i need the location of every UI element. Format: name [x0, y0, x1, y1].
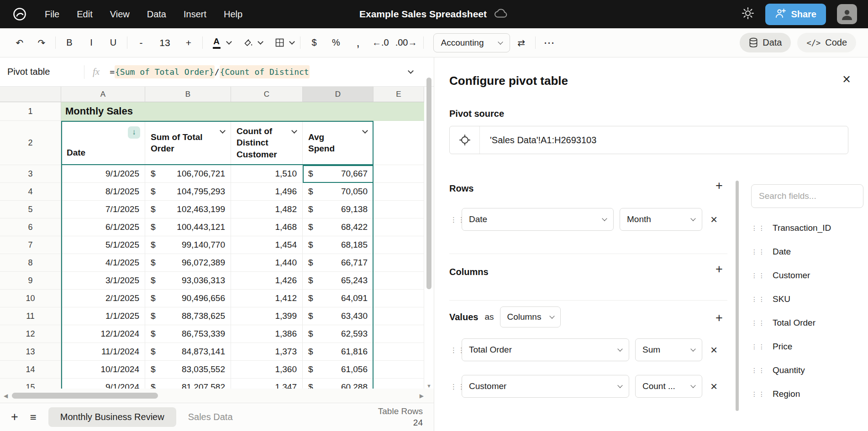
field-list-item[interactable]: ⋮⋮ Transaction_ID [751, 216, 863, 240]
share-button[interactable]: Share [765, 4, 826, 25]
cell-avg-spend[interactable]: $ 69,138 [303, 201, 374, 218]
cell-total-order[interactable]: $ 96,072,389 [145, 254, 231, 272]
column-header-c[interactable]: C [231, 87, 303, 102]
data-view-button[interactable]: Data [740, 33, 791, 52]
scroll-left-icon[interactable]: ◀ [4, 393, 8, 399]
decrease-decimal-button[interactable]: ←.0 [372, 34, 389, 52]
cell-distinct-customers[interactable]: 1,510 [231, 165, 303, 183]
cell-date[interactable]: 6/1/2025 [61, 218, 145, 236]
cell-distinct-customers[interactable]: 1,373 [231, 343, 303, 361]
sheet-tab-monthly-business-review[interactable]: Monthly Business Review [48, 407, 176, 427]
header-cell-total-order[interactable]: Sum of Total Order [145, 121, 231, 165]
cell-avg-spend[interactable]: $ 61,056 [303, 361, 374, 379]
currency-format-button[interactable]: $ [306, 34, 322, 52]
cell-total-order[interactable]: $ 90,496,656 [145, 290, 231, 307]
row-number[interactable]: 14 [0, 361, 61, 379]
cell-distinct-customers[interactable]: 1,399 [231, 307, 303, 325]
code-view-button[interactable]: </> Code [797, 33, 856, 52]
header-cell-empty[interactable] [374, 121, 424, 165]
column-header-a[interactable]: A [61, 87, 145, 102]
formula-input[interactable]: ={Sum of Total Order}/{Count of Distinct [110, 65, 402, 78]
cell-avg-spend[interactable]: $ 65,243 [303, 272, 374, 290]
cell-empty[interactable] [374, 307, 424, 325]
sheet-tab-sales-data[interactable]: Sales Data [188, 412, 233, 422]
drag-handle-icon[interactable]: ⋮⋮ [450, 347, 462, 353]
aggregation-select[interactable]: Count ... [635, 375, 702, 398]
cell-empty[interactable] [374, 236, 424, 254]
italic-button[interactable]: I [84, 34, 99, 52]
panel-scroll-thumb[interactable] [736, 181, 739, 411]
app-logo-icon[interactable] [11, 5, 28, 23]
field-list-item[interactable]: ⋮⋮ Date [751, 240, 863, 264]
column-header-d[interactable]: D [303, 87, 374, 102]
row-number[interactable]: 11 [0, 307, 61, 325]
chevron-down-icon[interactable] [258, 39, 263, 45]
menu-insert[interactable]: Insert [184, 9, 206, 20]
percent-format-button[interactable]: % [328, 34, 344, 52]
fill-color-button[interactable] [240, 34, 256, 52]
select-range-button[interactable] [450, 126, 480, 154]
underline-button[interactable]: U [105, 34, 121, 52]
scroll-right-icon[interactable]: ▶ [420, 393, 424, 399]
cell-distinct-customers[interactable]: 1,496 [231, 183, 303, 201]
cell-distinct-customers[interactable]: 1,482 [231, 201, 303, 218]
add-row-field-button[interactable]: + [710, 180, 728, 192]
cell-empty[interactable] [374, 290, 424, 307]
bold-button[interactable]: B [62, 34, 77, 52]
aggregation-select[interactable]: Sum [635, 338, 702, 361]
text-color-button[interactable]: A [209, 34, 224, 52]
cell-date[interactable]: 9/1/2025 [61, 165, 145, 183]
cell-avg-spend[interactable]: $ 68,185 [303, 236, 374, 254]
expand-formula-chevron-icon[interactable] [408, 68, 414, 74]
cell-avg-spend[interactable]: $ 62,593 [303, 325, 374, 343]
cell-empty[interactable] [374, 201, 424, 218]
cell-avg-spend[interactable]: $ 70,667 [303, 165, 374, 183]
cell-empty[interactable] [374, 165, 424, 183]
theme-toggle-icon[interactable] [742, 7, 754, 21]
column-header-b[interactable]: B [145, 87, 231, 102]
remove-field-button[interactable]: × [710, 213, 717, 225]
pivot-source-input[interactable]: 'Sales Data'!A1:H2693103 [449, 126, 848, 154]
cell-date[interactable]: 10/1/2024 [61, 361, 145, 379]
user-avatar[interactable] [837, 4, 857, 24]
cell-avg-spend[interactable]: $ 60,288 [303, 379, 374, 389]
cell-avg-spend[interactable]: $ 66,717 [303, 254, 374, 272]
remove-field-button[interactable]: × [710, 344, 717, 356]
row-number[interactable]: 3 [0, 165, 61, 183]
row-number[interactable]: 12 [0, 325, 61, 343]
cell-distinct-customers[interactable]: 1,360 [231, 361, 303, 379]
cell-total-order[interactable]: $ 106,706,721 [145, 165, 231, 183]
close-panel-button[interactable]: × [842, 72, 851, 86]
vertical-scroll-thumb[interactable] [426, 78, 431, 289]
search-fields-input[interactable] [751, 184, 863, 208]
row-number[interactable]: 13 [0, 343, 61, 361]
field-list-item[interactable]: ⋮⋮ SKU [751, 287, 863, 311]
swap-ranges-button[interactable]: ⇄ [514, 34, 529, 52]
redo-button[interactable]: ↷ [34, 34, 49, 52]
header-cell-distinct-customer[interactable]: Count of Distinct Customer [231, 121, 303, 165]
drag-handle-icon[interactable]: ⋮⋮ [450, 216, 462, 223]
cell-empty[interactable] [374, 325, 424, 343]
cell-distinct-customers[interactable]: 1,454 [231, 236, 303, 254]
header-cell-date[interactable]: Date ↓ [61, 121, 145, 165]
cell-date[interactable]: 2/1/2025 [61, 290, 145, 307]
sheet-list-menu-icon[interactable]: ≡ [30, 412, 37, 423]
cell-avg-spend[interactable]: $ 68,422 [303, 218, 374, 236]
undo-button[interactable]: ↶ [12, 34, 27, 52]
cell-date[interactable]: 12/1/2024 [61, 325, 145, 343]
scroll-down-icon[interactable]: ▼ [426, 383, 431, 389]
cell-total-order[interactable]: $ 102,463,199 [145, 201, 231, 218]
menu-edit[interactable]: Edit [77, 9, 92, 20]
document-title[interactable]: Example Sales Spreadsheet [359, 9, 487, 20]
cell-date[interactable]: 3/1/2025 [61, 272, 145, 290]
cell-total-order[interactable]: $ 99,140,770 [145, 236, 231, 254]
cell-avg-spend[interactable]: $ 64,091 [303, 290, 374, 307]
name-box[interactable]: Pivot table [7, 67, 84, 77]
increase-font-button[interactable]: + [181, 34, 196, 52]
field-select[interactable]: Date [462, 208, 614, 231]
decrease-font-button[interactable]: - [133, 34, 149, 52]
add-sheet-button[interactable]: + [11, 411, 18, 423]
cell-total-order[interactable]: $ 83,035,552 [145, 361, 231, 379]
cell-date[interactable]: 11/1/2024 [61, 343, 145, 361]
remove-field-button[interactable]: × [710, 380, 717, 392]
